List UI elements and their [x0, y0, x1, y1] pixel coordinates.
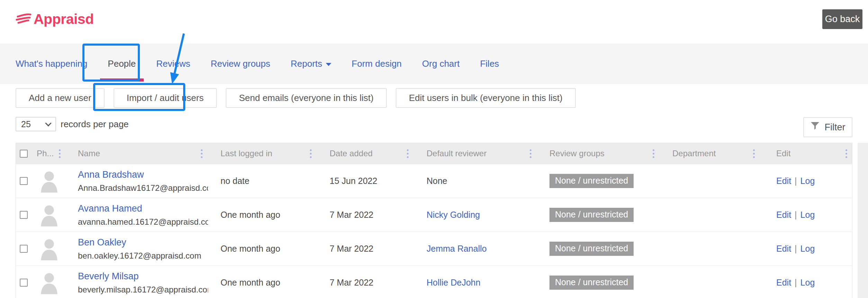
column-menu-icon[interactable] — [752, 147, 756, 160]
nav-people[interactable]: People — [108, 58, 136, 69]
user-email: beverly.milsap.16172@appraisd.com — [78, 285, 208, 295]
review-groups-badge: None / unrestricted — [549, 208, 634, 222]
nav-reports[interactable]: Reports — [291, 58, 331, 69]
row-checkbox[interactable] — [20, 211, 28, 219]
col-last-logged-in: Last logged in — [221, 149, 272, 158]
last-logged-in-cell: One month ago — [208, 198, 317, 232]
link-separator: | — [795, 244, 797, 254]
last-logged-in-cell: no date — [208, 164, 317, 198]
avatar — [37, 203, 62, 227]
col-department: Department — [672, 149, 716, 158]
default-reviewer-cell: None — [427, 176, 447, 186]
col-edit: Edit — [776, 149, 790, 158]
column-menu-icon[interactable] — [308, 147, 313, 160]
col-photo: Ph... — [37, 149, 54, 158]
edit-users-bulk-button[interactable]: Edit users in bulk (everyone in this lis… — [396, 88, 576, 108]
review-groups-badge: None / unrestricted — [549, 242, 634, 256]
col-review-groups: Review groups — [549, 149, 605, 158]
filter-button[interactable]: Filter — [803, 117, 852, 137]
user-email: avanna.hamed.16172@appraisd.com — [78, 217, 208, 227]
page-right-gutter — [858, 143, 868, 298]
actions-row: Add a new user Import / audit users Send… — [16, 88, 852, 108]
main-nav: What's happening People Reviews Review g… — [0, 44, 868, 84]
appraisd-logo-icon — [16, 12, 32, 27]
user-name-link[interactable]: Beverly Milsap — [78, 271, 139, 282]
department-cell — [660, 164, 760, 198]
log-link[interactable]: Log — [800, 244, 815, 254]
go-back-button[interactable]: Go back — [822, 9, 862, 29]
edit-link[interactable]: Edit — [776, 210, 791, 220]
link-separator: | — [795, 176, 797, 186]
nav-org-chart[interactable]: Org chart — [422, 58, 459, 69]
chevron-down-icon — [326, 63, 331, 66]
user-name-link[interactable]: Ben Oakley — [78, 237, 126, 248]
import-audit-users-button[interactable]: Import / audit users — [114, 88, 217, 108]
active-tab-underline — [100, 78, 144, 82]
row-checkbox[interactable] — [20, 245, 28, 253]
records-per-page-select-wrap: 25 — [16, 117, 56, 131]
date-added-cell: 15 Jun 2022 — [317, 164, 414, 198]
nav-whats-happening[interactable]: What's happening — [16, 58, 87, 69]
users-table: Ph... Name Last logged in Date added Def… — [16, 143, 852, 298]
nav-form-design[interactable]: Form design — [352, 58, 402, 69]
edit-link[interactable]: Edit — [776, 244, 791, 254]
date-added-cell: 7 Mar 2022 — [317, 198, 414, 232]
avatar — [37, 270, 62, 295]
table-header-row: Ph... Name Last logged in Date added Def… — [16, 143, 852, 164]
col-name: Name — [78, 149, 100, 158]
column-menu-icon[interactable] — [844, 147, 849, 160]
nav-files[interactable]: Files — [480, 58, 499, 69]
col-default-reviewer: Default reviewer — [427, 149, 486, 158]
user-name-link[interactable]: Avanna Hamed — [78, 203, 142, 214]
edit-link[interactable]: Edit — [776, 278, 791, 288]
add-new-user-button[interactable]: Add a new user — [16, 88, 105, 108]
column-menu-icon[interactable] — [405, 147, 410, 160]
column-menu-icon[interactable] — [57, 147, 62, 160]
records-per-page-label: records per page — [61, 117, 129, 131]
user-name-link[interactable]: Anna Bradshaw — [78, 169, 144, 180]
top-header: Appraisd Go back — [0, 0, 868, 44]
last-logged-in-cell: One month ago — [208, 266, 317, 298]
column-menu-icon[interactable] — [651, 147, 656, 160]
link-separator: | — [795, 210, 797, 220]
default-reviewer-link[interactable]: Hollie DeJohn — [427, 278, 481, 288]
logo-text: Appraisd — [34, 11, 94, 27]
list-controls: 25 records per page Filter — [16, 117, 852, 137]
column-menu-icon[interactable] — [528, 147, 533, 160]
filter-funnel-icon — [811, 122, 820, 133]
department-cell — [660, 232, 760, 266]
select-all-checkbox[interactable] — [20, 150, 28, 158]
table-row: Beverly Milsapbeverly.milsap.16172@appra… — [16, 266, 852, 298]
date-added-cell: 7 Mar 2022 — [317, 266, 414, 298]
log-link[interactable]: Log — [800, 176, 815, 186]
table-row: Ben Oakleyben.oakley.16172@appraisd.com … — [16, 232, 852, 266]
review-groups-badge: None / unrestricted — [549, 276, 634, 290]
department-cell — [660, 266, 760, 298]
nav-reviews[interactable]: Reviews — [156, 58, 190, 69]
col-date-added: Date added — [330, 149, 373, 158]
review-groups-badge: None / unrestricted — [549, 174, 634, 188]
edit-link[interactable]: Edit — [776, 176, 791, 186]
log-link[interactable]: Log — [800, 278, 815, 288]
row-checkbox[interactable] — [20, 279, 28, 287]
row-checkbox[interactable] — [20, 177, 28, 185]
page: Appraisd Go back What's happening People… — [0, 0, 868, 298]
default-reviewer-link[interactable]: Jemma Ranallo — [427, 244, 487, 254]
column-menu-icon[interactable] — [199, 147, 204, 160]
content-area: Add a new user Import / audit users Send… — [0, 88, 868, 298]
avatar — [37, 236, 62, 261]
send-emails-button[interactable]: Send emails (everyone in this list) — [226, 88, 387, 108]
table-row: Avanna Hamedavanna.hamed.16172@appraisd.… — [16, 198, 852, 232]
date-added-cell: 7 Mar 2022 — [317, 232, 414, 266]
last-logged-in-cell: One month ago — [208, 232, 317, 266]
user-email: ben.oakley.16172@appraisd.com — [78, 251, 201, 261]
records-per-page-select[interactable]: 25 — [16, 117, 56, 131]
nav-review-groups[interactable]: Review groups — [211, 58, 270, 69]
department-cell — [660, 198, 760, 232]
appraisd-logo[interactable]: Appraisd — [16, 11, 94, 27]
table-row: Anna BradshawAnna.Bradshaw16172@appraisd… — [16, 164, 852, 198]
user-email: Anna.Bradshaw16172@appraisd.com — [78, 183, 208, 193]
default-reviewer-link[interactable]: Nicky Golding — [427, 210, 480, 220]
log-link[interactable]: Log — [800, 210, 815, 220]
avatar — [37, 169, 62, 194]
